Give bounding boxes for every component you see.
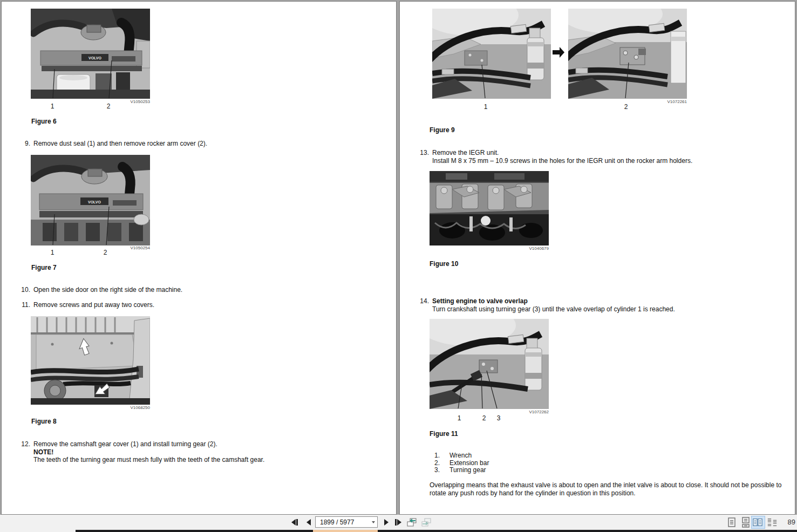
legend-item: 1. Wrench: [432, 452, 489, 460]
step-10-number: 10.: [19, 286, 30, 294]
step-11: 11. Remove screws and put away two cover…: [19, 301, 376, 309]
step-13-line2: Install M 8 x 75 mm – 10.9 screws in the…: [432, 157, 692, 165]
legend-item: 3. Turning gear: [432, 467, 489, 474]
step-12-text: Remove the camshaft gear cover (1) and i…: [33, 440, 217, 448]
facing-continuous-view-button[interactable]: [767, 517, 778, 528]
next-page-button[interactable]: [381, 517, 392, 528]
legend-item: 2. Extension bar: [432, 460, 489, 467]
step-13-line1: Remove the IEGR unit.: [432, 149, 499, 156]
step-9-text: Remove dust seal (1) and then remove roc…: [33, 140, 207, 148]
last-page-button[interactable]: [393, 517, 404, 528]
page-number-value: 1899 / 5977: [316, 519, 370, 526]
continuous-view-button[interactable]: [740, 517, 751, 528]
page-number-combobox[interactable]: 1899 / 5977: [315, 516, 378, 528]
last-page-icon: [394, 519, 403, 526]
zoom-level-value: 89: [777, 518, 795, 526]
legend-item-label: Turning gear: [449, 467, 486, 474]
figure-11-callout-3: 3: [495, 414, 502, 422]
figure-7-photo: VOLVO: [31, 155, 150, 245]
step-9: 9. Remove dust seal (1) and then remove …: [19, 140, 376, 148]
next-view-icon: [421, 517, 432, 528]
document-page-left: VOLVO V1050253 1 2 Figure 6 9. Remove du…: [1, 1, 397, 515]
step-9-number: 9.: [19, 140, 30, 148]
legend-item-number: 1.: [432, 452, 440, 460]
legend-item-number: 2.: [432, 460, 440, 467]
legend-item-number: 3.: [432, 467, 440, 474]
previous-view-icon: [406, 517, 417, 528]
taskbar-sliver-dark: [76, 530, 797, 532]
closing-paragraph: Overlapping means that the exhaust valve…: [430, 481, 792, 497]
document-page-right: V1072261 1 2 Figure 9 13. Remove the IEG…: [399, 1, 795, 515]
step-14: 14. Setting engine to valve overlap Turn…: [418, 297, 785, 313]
facing-pages-view-icon: [752, 517, 763, 528]
step-12: 12. Remove the camshaft gear cover (1) a…: [19, 440, 386, 464]
volvo-brand-label: VOLVO: [88, 56, 102, 60]
previous-page-icon: [305, 519, 312, 526]
figure-8-caption: Figure 8: [31, 418, 57, 425]
next-view-button[interactable]: [421, 517, 432, 528]
figure-10-photo: [430, 171, 549, 245]
figure-6-callout-2: 2: [105, 103, 112, 110]
figure-11-legend: 1. Wrench 2. Extension bar 3. Turning ge…: [432, 452, 489, 474]
first-page-icon: [290, 519, 299, 526]
figure-6-callout-1: 1: [49, 103, 56, 110]
transition-arrow-icon: [553, 47, 564, 58]
figure-11-photo: [430, 319, 549, 409]
step-12-note-label: NOTE!: [33, 448, 53, 456]
single-page-view-button[interactable]: [726, 517, 737, 528]
step-14-heading: Setting engine to valve overlap: [432, 297, 528, 305]
figure-11-callout-1: 1: [456, 414, 462, 422]
viewer-toolbar: 1899 / 5977: [0, 515, 797, 530]
figure-7-caption: Figure 7: [31, 264, 57, 271]
step-11-number: 11.: [19, 301, 30, 309]
figure-6-photo: VOLVO: [31, 9, 150, 99]
volvo-brand-label: VOLVO: [88, 200, 101, 204]
figure-6-caption: Figure 6: [31, 118, 57, 125]
step-14-text: Turn crankshaft using turning gear (3) u…: [432, 305, 675, 313]
figure-9-caption: Figure 9: [430, 126, 455, 134]
step-13: 13. Remove the IEGR unit. Install M 8 x …: [418, 149, 785, 165]
figure-9-callout-1: 1: [482, 103, 489, 111]
combobox-dropdown-arrow-icon[interactable]: [370, 517, 377, 527]
facing-pages-view-button[interactable]: [752, 517, 763, 528]
step-13-number: 13.: [418, 149, 429, 165]
step-12-note-text: The teeth of the turning gear must mesh …: [33, 456, 264, 463]
taskbar-sliver: [0, 530, 797, 532]
taskbar-sliver-accent: [313, 530, 378, 532]
facing-continuous-view-icon: [767, 517, 778, 528]
figure-7-callout-2: 2: [102, 249, 108, 256]
step-10-text: Open the side door on the right side of …: [33, 286, 182, 294]
previous-page-button[interactable]: [303, 517, 314, 528]
figure-10-caption: Figure 10: [430, 260, 458, 268]
figure-8-photo: [31, 316, 150, 405]
figure-11-watermark: V1072262: [430, 410, 549, 414]
step-12-number: 12.: [19, 440, 30, 464]
figure-7-callout-1: 1: [49, 249, 56, 256]
continuous-view-icon: [740, 517, 751, 528]
figure-11-caption: Figure 11: [430, 430, 458, 438]
step-11-text: Remove screws and put away two covers.: [33, 301, 154, 309]
step-14-number: 14.: [418, 297, 429, 313]
figure-9-photo-after: [568, 9, 687, 99]
figure-11-callout-2: 2: [481, 414, 487, 422]
legend-item-label: Extension bar: [449, 460, 489, 467]
step-10: 10. Open the side door on the right side…: [19, 286, 376, 294]
next-page-icon: [383, 519, 390, 526]
single-page-view-icon: [726, 517, 737, 528]
figure-9-photo-before: [432, 9, 551, 99]
first-page-button[interactable]: [289, 517, 300, 528]
figure-9-callout-2: 2: [623, 103, 629, 111]
figure-8-watermark: V1068250: [31, 405, 150, 410]
figure-10-watermark: V1040679: [430, 246, 549, 251]
previous-view-button[interactable]: [406, 517, 417, 528]
legend-item-label: Wrench: [449, 452, 472, 460]
